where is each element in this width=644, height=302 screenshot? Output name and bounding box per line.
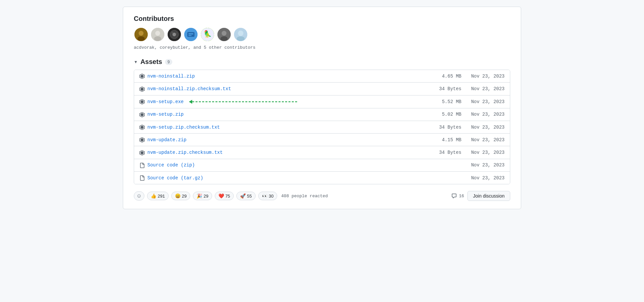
asset-link[interactable]: nvm-noinstall.zip bbox=[147, 74, 422, 79]
svg-point-21 bbox=[238, 30, 243, 36]
avatar[interactable] bbox=[184, 27, 198, 42]
asset-size: 34 Bytes bbox=[422, 125, 461, 130]
table-row: nvm-noinstall.zip.checksum.txt 34 Bytes … bbox=[134, 83, 510, 95]
svg-point-18 bbox=[222, 31, 227, 36]
reaction-thumbsup[interactable]: 👍 291 bbox=[147, 192, 169, 200]
asset-size: 34 Bytes bbox=[422, 86, 461, 91]
svg-point-9 bbox=[172, 32, 173, 33]
svg-point-10 bbox=[176, 33, 177, 34]
avatar[interactable] bbox=[134, 27, 148, 42]
asset-size: 4.65 MB bbox=[422, 74, 461, 79]
contributors-section: Contributors bbox=[134, 15, 510, 50]
asset-link[interactable]: Source code (tar.gz) bbox=[147, 175, 422, 181]
asset-link[interactable]: Source code (zip) bbox=[147, 162, 422, 168]
eyes-count: 30 bbox=[269, 194, 274, 199]
svg-point-22 bbox=[237, 36, 245, 41]
avatar[interactable]: 🦜 bbox=[200, 27, 215, 42]
package-icon bbox=[139, 124, 145, 130]
asset-link[interactable]: nvm-noinstall.zip.checksum.txt bbox=[147, 86, 422, 91]
package-icon bbox=[139, 112, 145, 117]
asset-size: 4.15 MB bbox=[422, 137, 461, 143]
eyes-emoji: 👀 bbox=[262, 193, 268, 199]
smile-count: 29 bbox=[182, 194, 187, 199]
table-row: nvm-setup.zip.checksum.txt 34 Bytes Nov … bbox=[134, 121, 510, 134]
reaction-heart[interactable]: ❤️ 75 bbox=[215, 192, 234, 200]
reaction-eyes[interactable]: 👀 30 bbox=[258, 192, 277, 200]
avatar[interactable] bbox=[233, 27, 248, 42]
asset-date: Nov 23, 2023 bbox=[461, 86, 505, 91]
asset-date: Nov 23, 2023 bbox=[461, 162, 505, 168]
table-row: nvm-update.zip.checksum.txt 34 Bytes Nov… bbox=[134, 146, 510, 159]
asset-size: 34 Bytes bbox=[422, 150, 461, 155]
avatar[interactable] bbox=[167, 27, 182, 42]
thumbsup-emoji: 👍 bbox=[151, 193, 156, 199]
package-icon bbox=[139, 137, 145, 143]
avatar[interactable] bbox=[217, 27, 231, 42]
asset-link[interactable]: nvm-update.zip bbox=[147, 137, 422, 143]
svg-point-1 bbox=[139, 31, 144, 36]
table-row: nvm-setup.exe .dash { stroke: #22a84b; s… bbox=[134, 95, 510, 108]
heart-count: 75 bbox=[225, 194, 230, 199]
asset-size: 5.02 MB bbox=[422, 112, 461, 117]
table-row: nvm-setup.zip 5.02 MB Nov 23, 2023 bbox=[134, 108, 510, 121]
tada-emoji: 🎉 bbox=[197, 193, 202, 199]
contributors-text: acdvorak, coreybutler, and 5 other contr… bbox=[134, 45, 510, 50]
package-icon bbox=[139, 86, 145, 91]
avatar[interactable] bbox=[150, 27, 165, 42]
svg-marker-23 bbox=[189, 100, 192, 104]
contributors-avatars: 🦜 bbox=[134, 27, 510, 42]
asset-date: Nov 23, 2023 bbox=[461, 150, 505, 155]
arrow-annotation: .dash { stroke: #22a84b; stroke-width: 2… bbox=[189, 99, 298, 105]
source-code-icon bbox=[139, 175, 145, 181]
contributors-title: Contributors bbox=[134, 15, 510, 23]
assets-collapse-icon: ▼ bbox=[134, 60, 138, 64]
asset-link[interactable]: nvm-setup.exe .dash { stroke: #22a84b; s… bbox=[147, 99, 422, 105]
asset-date: Nov 23, 2023 bbox=[461, 74, 505, 79]
package-icon bbox=[139, 73, 145, 79]
assets-title: Assets bbox=[140, 58, 162, 66]
table-row: nvm-noinstall.zip 4.65 MB Nov 23, 2023 bbox=[134, 70, 510, 83]
assets-header[interactable]: ▼ Assets 9 bbox=[134, 58, 510, 66]
package-icon bbox=[139, 150, 145, 155]
svg-point-5 bbox=[154, 36, 161, 41]
discussion-count: 16 bbox=[451, 193, 464, 199]
asset-link[interactable]: nvm-setup.zip.checksum.txt bbox=[147, 125, 422, 130]
thumbsup-count: 291 bbox=[158, 194, 165, 199]
join-discussion-button[interactable]: Join discussion bbox=[467, 191, 510, 201]
svg-text:🦜: 🦜 bbox=[203, 30, 212, 38]
asset-size: 5.52 MB bbox=[422, 99, 461, 104]
svg-point-19 bbox=[220, 36, 228, 41]
asset-link[interactable]: nvm-update.zip.checksum.txt bbox=[147, 150, 422, 155]
reaction-total: 408 people reacted bbox=[281, 194, 328, 199]
svg-point-4 bbox=[155, 31, 160, 36]
table-row: Source code (tar.gz) Nov 23, 2023 bbox=[134, 172, 510, 184]
heart-emoji: ❤️ bbox=[218, 193, 224, 199]
reaction-rocket[interactable]: 🚀 55 bbox=[236, 192, 255, 200]
assets-table: nvm-noinstall.zip 4.65 MB Nov 23, 2023 n… bbox=[134, 70, 510, 184]
comment-count: 16 bbox=[459, 194, 464, 199]
reaction-tada[interactable]: 🎉 29 bbox=[193, 192, 212, 200]
discussion-area: 16 Join discussion bbox=[451, 191, 510, 201]
smile-emoji: 😄 bbox=[175, 193, 181, 199]
rocket-count: 55 bbox=[247, 194, 252, 199]
asset-date: Nov 23, 2023 bbox=[461, 175, 505, 181]
release-container: Contributors bbox=[123, 7, 521, 209]
asset-date: Nov 23, 2023 bbox=[461, 112, 505, 117]
tada-count: 29 bbox=[203, 194, 208, 199]
reactions-bar: ☺ 👍 291 😄 29 🎉 29 ❤️ 75 🚀 55 👀 30 408 pe… bbox=[134, 191, 510, 201]
asset-link[interactable]: nvm-setup.zip bbox=[147, 112, 422, 117]
svg-rect-14 bbox=[189, 35, 192, 36]
asset-date: Nov 23, 2023 bbox=[461, 99, 505, 104]
asset-date: Nov 23, 2023 bbox=[461, 137, 505, 143]
rocket-emoji: 🚀 bbox=[240, 193, 246, 199]
table-row: Source code (zip) Nov 23, 2023 bbox=[134, 159, 510, 172]
reaction-smile[interactable]: 😄 29 bbox=[171, 192, 190, 200]
assets-count: 9 bbox=[165, 59, 173, 65]
source-code-icon bbox=[139, 162, 145, 168]
assets-section: ▼ Assets 9 nvm-noinstall.zip 4.65 MB Nov… bbox=[134, 58, 510, 184]
package-icon bbox=[139, 99, 145, 104]
svg-rect-13 bbox=[189, 33, 194, 34]
table-row: nvm-update.zip 4.15 MB Nov 23, 2023 bbox=[134, 134, 510, 146]
svg-point-2 bbox=[137, 36, 145, 41]
add-reaction-button[interactable]: ☺ bbox=[134, 191, 144, 201]
